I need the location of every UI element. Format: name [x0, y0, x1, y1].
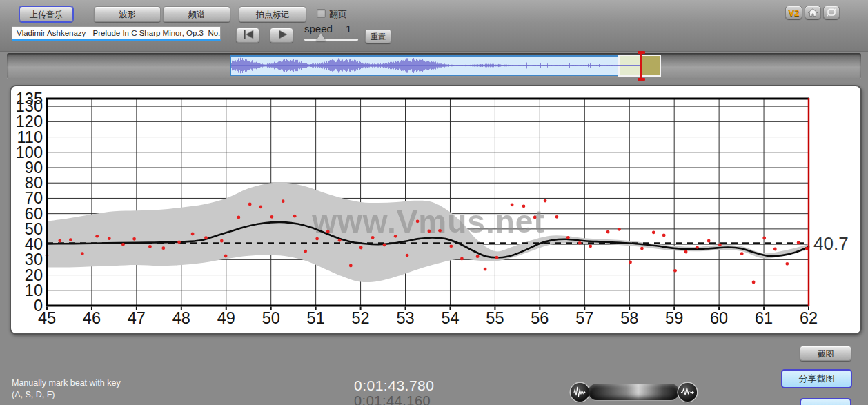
svg-text:20: 20: [25, 266, 43, 284]
top-toolbar: 上传音乐 波形 频谱 拍点标记 翻页 Vladimir Ashkenazy - …: [0, 0, 868, 52]
waveform-tab-label: 波形: [99, 8, 156, 22]
vmus-app-window: 上传音乐 波形 频谱 拍点标记 翻页 Vladimir Ashkenazy - …: [0, 0, 868, 405]
svg-text:56: 56: [531, 309, 549, 327]
playback-cursor-bottom-cap: [638, 78, 645, 81]
waveform-overview-strip[interactable]: [7, 53, 861, 79]
svg-text:59: 59: [665, 309, 683, 327]
wave-zoom-out-icon: [573, 385, 587, 399]
play-button[interactable]: [270, 28, 293, 43]
track-title-text: Vladimir Ashkenazy - Prelude In C Sharp …: [17, 29, 221, 37]
svg-text:47: 47: [128, 309, 146, 327]
partial-bottom-button[interactable]: [800, 398, 851, 405]
fullscreen-icon: [826, 8, 837, 17]
svg-text:40: 40: [25, 235, 43, 253]
playback-cursor[interactable]: [640, 52, 642, 80]
current-time: 0:01:43.780: [354, 377, 434, 394]
svg-text:57: 57: [575, 309, 593, 327]
mean-tempo-value-label: 40.7: [813, 233, 849, 254]
beat-mark-tab-button[interactable]: 拍点标记: [239, 6, 306, 22]
beat-mark-tab-label: 拍点标记: [244, 8, 302, 22]
svg-text:60: 60: [25, 205, 43, 223]
skip-back-icon: [241, 30, 256, 39]
tempo-chart-panel: www.Vmus.net4546474849505152535455565758…: [10, 85, 862, 335]
svg-text:62: 62: [800, 309, 818, 327]
share-screenshot-button[interactable]: 分享截图: [781, 369, 852, 388]
svg-text:60: 60: [710, 309, 728, 327]
svg-text:49: 49: [217, 309, 235, 327]
svg-text:10: 10: [25, 281, 43, 299]
spectrum-tab-label: 频谱: [168, 8, 226, 22]
screenshot-label: 截图: [805, 347, 847, 361]
speed-slider-thumb[interactable]: [316, 33, 326, 41]
wave-zoom-slider[interactable]: [589, 384, 679, 400]
svg-text:61: 61: [755, 309, 773, 327]
speed-value: 1: [346, 23, 351, 34]
home-icon: [807, 8, 818, 17]
svg-text:100: 100: [16, 144, 43, 161]
page-turn-checkbox[interactable]: [317, 9, 326, 18]
track-title-field[interactable]: Vladimir Ashkenazy - Prelude In C Sharp …: [12, 26, 221, 41]
svg-text:30: 30: [25, 250, 43, 268]
svg-text:70: 70: [25, 189, 43, 207]
version-badge-text: V2: [789, 8, 800, 18]
speed-reset-button[interactable]: 重置: [365, 29, 391, 43]
playback-cursor-top-cap: [638, 51, 645, 54]
svg-text:110: 110: [17, 128, 43, 146]
wave-zoom-in-icon: [680, 385, 695, 399]
svg-text:46: 46: [83, 309, 101, 327]
wave-zoom-in-button[interactable]: [678, 383, 697, 402]
svg-text:54: 54: [441, 309, 459, 327]
version-badge: V2: [785, 6, 802, 19]
waveform-overview[interactable]: [230, 55, 620, 76]
waveform-tab-button[interactable]: 波形: [94, 6, 161, 22]
svg-text:58: 58: [620, 309, 638, 327]
svg-text:120: 120: [16, 112, 43, 130]
svg-text:52: 52: [352, 309, 370, 327]
beat-hint-line1: Manually mark beat with key: [12, 378, 121, 388]
tempo-chart[interactable]: www.Vmus.net4546474849505152535455565758…: [11, 86, 860, 333]
svg-text:51: 51: [307, 309, 325, 327]
svg-text:55: 55: [486, 309, 504, 327]
svg-text:53: 53: [396, 309, 414, 327]
secondary-time: 0:01:44.160: [354, 393, 431, 405]
svg-text:135: 135: [16, 90, 43, 108]
beat-hint-line2: (A, S, D, F): [12, 390, 55, 399]
upload-music-label: 上传音乐: [24, 8, 68, 22]
fullscreen-button[interactable]: [823, 6, 840, 19]
share-screenshot-label: 分享截图: [799, 373, 835, 385]
play-icon: [275, 30, 290, 39]
svg-text:80: 80: [25, 174, 43, 192]
waveform-graphic: [231, 57, 618, 75]
skip-back-button[interactable]: [236, 28, 259, 43]
page-turn-label: 翻页: [329, 8, 347, 21]
screenshot-button[interactable]: 截图: [800, 346, 851, 361]
spectrum-tab-button[interactable]: 频谱: [163, 6, 230, 22]
svg-text:50: 50: [25, 220, 43, 238]
upload-music-button[interactable]: 上传音乐: [19, 6, 73, 22]
speed-slider-track[interactable]: [304, 39, 358, 41]
speed-reset-label: 重置: [370, 30, 386, 43]
svg-text:90: 90: [25, 159, 43, 177]
selection-remaining-region: [641, 56, 660, 75]
svg-text:50: 50: [262, 309, 280, 327]
waveform-centerline-extension: [618, 65, 641, 66]
wave-zoom-out-button[interactable]: [571, 383, 589, 402]
home-button[interactable]: [805, 6, 821, 19]
svg-text:48: 48: [172, 309, 190, 327]
svg-text:0: 0: [34, 297, 43, 315]
watermark-text: www.Vmus.net: [311, 204, 544, 239]
